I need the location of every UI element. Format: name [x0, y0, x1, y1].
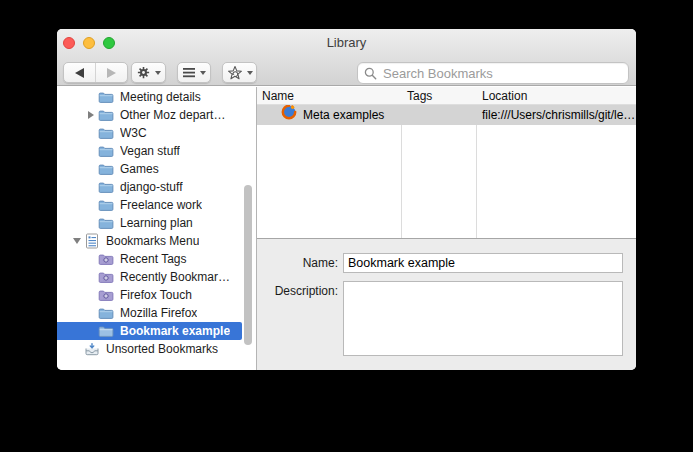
sidebar-item-bookmarks-menu[interactable]: Bookmarks Menu [57, 232, 242, 250]
folder-icon [98, 107, 114, 123]
smart-folder-icon [98, 251, 114, 267]
folder-icon [98, 197, 114, 213]
bookmark-details-pane: Name: Description: [257, 239, 636, 370]
star-sync-icon [227, 65, 243, 81]
window-chrome: Library [57, 29, 636, 86]
folder-icon [98, 161, 114, 177]
sidebar-item-freelance-work[interactable]: Freelance work [57, 196, 242, 214]
bookmark-name: Meta examples [303, 105, 384, 125]
library-window: Library [57, 29, 636, 370]
bookmarks-sidebar: Meeting details Other Moz depart… W3C Ve… [57, 87, 257, 370]
table-header: Name Tags Location [257, 87, 636, 105]
bookmarks-main-panel: Name Tags Location Meta examples file://… [257, 87, 636, 370]
sidebar-scrollbar-thumb[interactable] [244, 185, 252, 345]
forward-arrow-icon [107, 68, 116, 78]
folder-icon [98, 143, 114, 159]
sidebar-item-firefox-touch[interactable]: Firefox Touch [57, 286, 242, 304]
disclosure-triangle-icon[interactable] [73, 238, 81, 244]
forward-button[interactable] [96, 63, 127, 82]
bookmark-location: file:///Users/chrismills/git/le… [476, 105, 636, 125]
name-label: Name: [257, 253, 338, 273]
sidebar-item-mozilla-firefox[interactable]: Mozilla Firefox [57, 304, 242, 322]
sidebar-item-meeting-details[interactable]: Meeting details [57, 88, 242, 106]
sidebar-item-recent-tags[interactable]: Recent Tags [57, 250, 242, 268]
smart-folder-icon [98, 287, 114, 303]
folder-icon [98, 179, 114, 195]
chevron-down-icon [200, 71, 206, 75]
views-menu-button[interactable] [177, 62, 211, 83]
sidebar-item-learning-plan[interactable]: Learning plan [57, 214, 242, 232]
table-row[interactable]: Meta examples file:///Users/chrismills/g… [257, 105, 636, 125]
gear-icon [136, 65, 151, 80]
column-header-tags[interactable]: Tags [401, 87, 476, 104]
action-menu-button[interactable] [131, 62, 166, 83]
search-input[interactable] [381, 65, 622, 82]
chevron-down-icon [155, 71, 161, 75]
folder-icon [98, 125, 114, 141]
back-forward-segmented-control [63, 62, 128, 83]
sidebar-item-unsorted-bookmarks[interactable]: Unsorted Bookmarks [57, 340, 242, 358]
column-header-location[interactable]: Location [476, 87, 636, 104]
column-header-name[interactable]: Name [257, 87, 401, 104]
disclosure-triangle-icon[interactable] [88, 111, 94, 119]
sidebar-item-w3c[interactable]: W3C [57, 124, 242, 142]
titlebar: Library [57, 29, 636, 55]
toolbar [57, 55, 636, 86]
sidebar-item-games[interactable]: Games [57, 160, 242, 178]
name-input[interactable] [343, 253, 623, 273]
chevron-down-icon [247, 71, 253, 75]
bookmark-tags [401, 105, 476, 125]
search-field [357, 62, 629, 84]
back-arrow-icon [75, 68, 84, 78]
back-button[interactable] [64, 63, 96, 82]
bookmarks-table: Name Tags Location Meta examples file://… [257, 87, 636, 239]
list-view-icon [182, 66, 196, 79]
folder-icon [98, 215, 114, 231]
folder-icon [98, 89, 114, 105]
description-input[interactable] [343, 281, 623, 356]
folder-icon [98, 305, 114, 321]
smart-folder-icon [98, 269, 114, 285]
import-backup-menu-button[interactable] [222, 62, 257, 83]
search-icon [364, 67, 377, 80]
screen: Library [0, 0, 693, 452]
sidebar-item-bookmark-example[interactable]: Bookmark example [57, 322, 242, 340]
folder-icon [98, 323, 114, 339]
sidebar-item-django-stuff[interactable]: django-stuff [57, 178, 242, 196]
sidebar-item-other-moz-departments[interactable]: Other Moz depart… [57, 106, 242, 124]
description-label: Description: [257, 281, 338, 301]
unsorted-bookmarks-icon [84, 341, 100, 357]
bookmarks-menu-icon [84, 233, 100, 249]
sidebar-item-recently-bookmarked[interactable]: Recently Bookmar… [57, 268, 242, 286]
sidebar-item-vegan-stuff[interactable]: Vegan stuff [57, 142, 242, 160]
firefox-icon [281, 105, 297, 125]
window-title: Library [57, 29, 636, 55]
